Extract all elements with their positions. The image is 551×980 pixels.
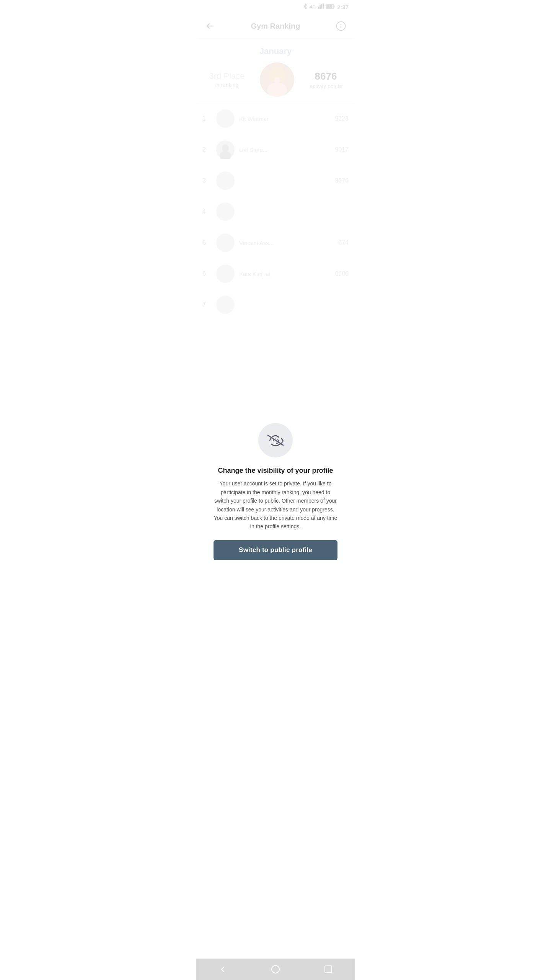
hidden-eye-icon	[266, 433, 285, 447]
switch-to-public-button[interactable]: Switch to public profile	[214, 540, 338, 560]
modal-description: Your user account is set to private. If …	[214, 479, 338, 531]
modal-title: Change the visibility of your profile	[214, 467, 338, 475]
visibility-modal: Change the visibility of your profile Yo…	[204, 411, 347, 569]
modal-overlay: Change the visibility of your profile Yo…	[196, 0, 355, 980]
modal-icon-container	[258, 423, 293, 457]
